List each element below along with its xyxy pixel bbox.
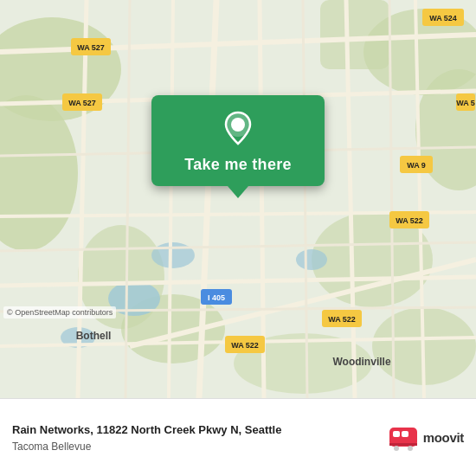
map-container: WA 524 WA 527 WA 527 WA 9 WA 522 I 405 W… [0,0,476,398]
location-region: Tacoma Bellevue [12,441,379,453]
bottom-bar: Rain Networks, 11822 North Creek Pkwy N,… [0,398,476,476]
svg-point-58 [394,446,399,451]
take-me-there-button[interactable]: Take me there [184,156,292,174]
svg-point-54 [231,118,245,132]
moovit-logo: moovit [388,422,464,453]
svg-text:WA 9: WA 9 [407,161,426,170]
svg-point-12 [151,242,195,268]
svg-rect-56 [393,431,400,437]
moovit-label: moovit [423,430,464,445]
popup-card: Take me there [151,95,325,186]
svg-text:Woodinville: Woodinville [332,356,390,368]
location-name: Rain Networks, 11822 North Creek Pkwy N,… [12,422,379,438]
svg-text:WA 522: WA 522 [231,341,259,350]
svg-rect-57 [402,431,408,437]
svg-text:WA 524: WA 524 [429,14,457,23]
svg-point-14 [296,249,327,270]
svg-text:I 405: I 405 [208,293,225,302]
location-pin-icon [219,109,257,147]
svg-text:WA 522: WA 522 [396,216,423,225]
svg-point-59 [408,446,413,451]
location-info: Rain Networks, 11822 North Creek Pkwy N,… [12,422,379,452]
svg-rect-5 [320,0,389,69]
moovit-brand-icon [388,422,419,453]
svg-rect-60 [389,443,417,446]
map-attribution: © OpenStreetMap contributors [3,306,116,318]
svg-text:WA 522: WA 522 [328,315,356,324]
map-svg: WA 524 WA 527 WA 527 WA 9 WA 522 I 405 W… [0,0,476,398]
svg-text:WA 5: WA 5 [456,99,475,107]
svg-text:WA 527: WA 527 [68,99,96,107]
svg-text:WA 527: WA 527 [77,43,105,52]
svg-text:Bothell: Bothell [76,330,112,342]
